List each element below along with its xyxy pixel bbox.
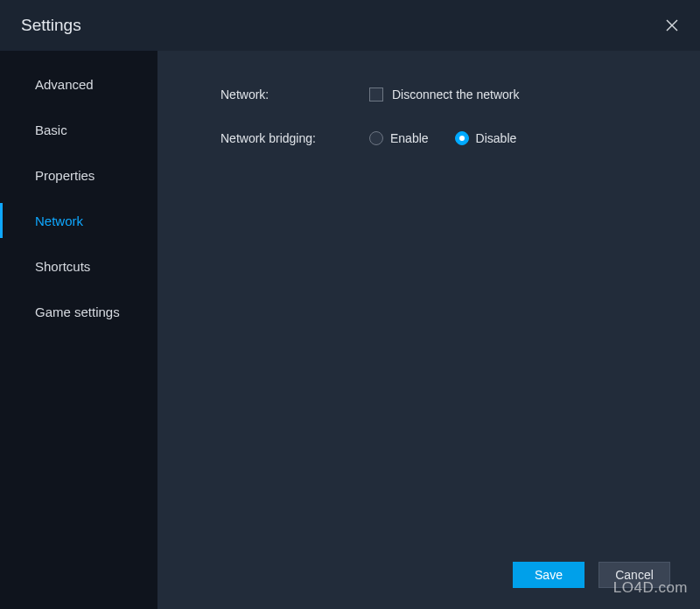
- label-network: Network:: [220, 88, 369, 102]
- titlebar: Settings: [0, 0, 700, 51]
- close-button[interactable]: [662, 15, 682, 36]
- cancel-button[interactable]: Cancel: [598, 562, 670, 588]
- sidebar-item-label: Network: [35, 214, 83, 228]
- window-title: Settings: [21, 16, 81, 35]
- main-area: Advanced Basic Properties Network Shortc…: [0, 51, 700, 609]
- footer-buttons: Save Cancel: [513, 562, 670, 588]
- radio-group-bridging: Enable Disable: [369, 131, 516, 145]
- sidebar-item-label: Shortcuts: [35, 259, 90, 274]
- checkbox-label: Disconnect the network: [392, 88, 520, 102]
- close-icon: [666, 19, 678, 32]
- content-panel: Network: Disconnect the network Network …: [158, 51, 700, 609]
- sidebar-item-label: Game settings: [35, 304, 120, 319]
- row-network-bridging: Network bridging: Enable Disable: [220, 131, 700, 145]
- radio-label: Enable: [390, 131, 429, 145]
- checkbox-box-icon: [369, 88, 383, 102]
- sidebar-item-properties[interactable]: Properties: [0, 152, 158, 198]
- label-network-bridging: Network bridging:: [220, 131, 369, 145]
- sidebar-item-advanced[interactable]: Advanced: [0, 61, 158, 107]
- sidebar-item-label: Advanced: [35, 77, 94, 92]
- radio-disable[interactable]: Disable: [455, 131, 517, 145]
- sidebar-item-label: Basic: [35, 122, 67, 137]
- radio-enable[interactable]: Enable: [369, 131, 429, 145]
- sidebar-item-network[interactable]: Network: [0, 198, 158, 243]
- sidebar-item-shortcuts[interactable]: Shortcuts: [0, 243, 158, 289]
- radio-label: Disable: [476, 131, 517, 145]
- sidebar-item-game-settings[interactable]: Game settings: [0, 289, 158, 334]
- sidebar-item-basic[interactable]: Basic: [0, 107, 158, 152]
- radio-circle-icon: [455, 131, 469, 145]
- checkbox-disconnect-network[interactable]: Disconnect the network: [369, 88, 520, 102]
- radio-circle-icon: [369, 131, 383, 145]
- sidebar-item-label: Properties: [35, 168, 94, 183]
- sidebar: Advanced Basic Properties Network Shortc…: [0, 51, 158, 609]
- row-network: Network: Disconnect the network: [220, 88, 700, 102]
- save-button[interactable]: Save: [513, 562, 584, 588]
